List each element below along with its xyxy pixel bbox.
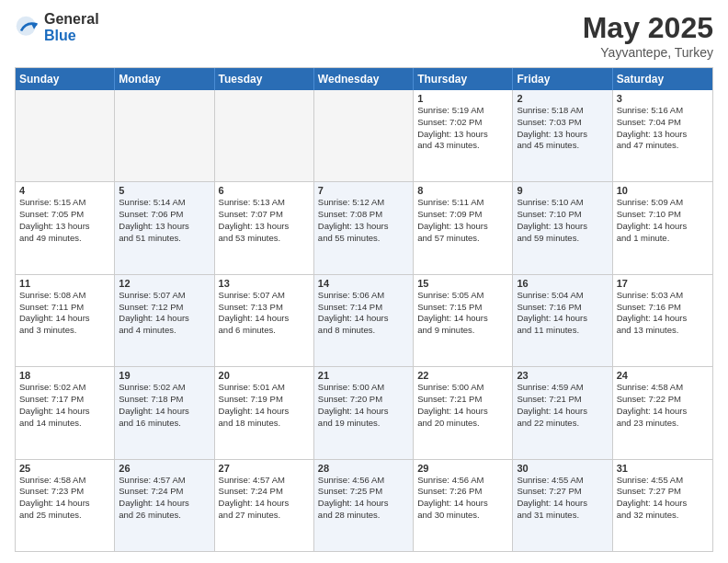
cell-7: 7Sunrise: 5:12 AMSunset: 7:08 PMDaylight… [314,182,414,273]
cell-17: 17Sunrise: 5:03 AMSunset: 7:16 PMDayligh… [613,275,712,366]
cell-11: 11Sunrise: 5:08 AMSunset: 7:11 PMDayligh… [16,275,115,366]
day-number: 17 [617,278,709,289]
cell-text: Sunrise: 5:09 AMSunset: 7:10 PMDaylight:… [617,197,709,244]
cell-empty-1 [115,90,214,181]
cell-text: Sunrise: 4:56 AMSunset: 7:25 PMDaylight:… [318,475,409,522]
cell-text: Sunrise: 5:07 AMSunset: 7:13 PMDaylight:… [219,290,310,337]
cell-text: Sunrise: 4:58 AMSunset: 7:23 PMDaylight:… [19,475,110,522]
day-header-wednesday: Wednesday [314,68,414,90]
day-number: 1 [417,93,508,104]
cell-empty-3 [314,90,414,181]
day-number: 31 [617,463,709,474]
page: General Blue May 2025 Yayvantepe, Turkey… [0,0,728,563]
cell-4: 4Sunrise: 5:15 AMSunset: 7:05 PMDaylight… [16,182,115,273]
calendar-body: 1Sunrise: 5:19 AMSunset: 7:02 PMDaylight… [16,90,712,551]
cell-text: Sunrise: 4:55 AMSunset: 7:27 PMDaylight:… [517,475,608,522]
cell-20: 20Sunrise: 5:01 AMSunset: 7:19 PMDayligh… [215,367,314,458]
cell-text: Sunrise: 4:56 AMSunset: 7:26 PMDaylight:… [417,475,508,522]
day-number: 14 [318,278,409,289]
cell-21: 21Sunrise: 5:00 AMSunset: 7:20 PMDayligh… [314,367,414,458]
day-number: 26 [119,463,210,474]
location: Yayvantepe, Turkey [583,45,713,60]
cell-22: 22Sunrise: 5:00 AMSunset: 7:21 PMDayligh… [414,367,513,458]
title-section: May 2025 Yayvantepe, Turkey [583,11,713,60]
logo-blue-text: Blue [44,28,99,44]
day-number: 22 [417,370,508,381]
cell-28: 28Sunrise: 4:56 AMSunset: 7:25 PMDayligh… [314,460,414,551]
day-number: 21 [318,370,409,381]
day-number: 9 [517,185,608,196]
cell-26: 26Sunrise: 4:57 AMSunset: 7:24 PMDayligh… [115,460,214,551]
cell-text: Sunrise: 5:18 AMSunset: 7:03 PMDaylight:… [517,105,608,152]
cell-text: Sunrise: 5:08 AMSunset: 7:11 PMDaylight:… [19,290,110,337]
cell-text: Sunrise: 5:00 AMSunset: 7:21 PMDaylight:… [417,382,508,429]
cell-text: Sunrise: 5:06 AMSunset: 7:14 PMDaylight:… [318,290,409,337]
day-number: 19 [119,370,210,381]
calendar-row-3: 18Sunrise: 5:02 AMSunset: 7:17 PMDayligh… [16,367,712,459]
cell-text: Sunrise: 4:57 AMSunset: 7:24 PMDaylight:… [219,475,310,522]
cell-text: Sunrise: 4:58 AMSunset: 7:22 PMDaylight:… [617,382,709,429]
logo: General Blue [15,11,99,43]
cell-3: 3Sunrise: 5:16 AMSunset: 7:04 PMDaylight… [613,90,712,181]
day-number: 15 [417,278,508,289]
day-header-thursday: Thursday [414,68,513,90]
cell-18: 18Sunrise: 5:02 AMSunset: 7:17 PMDayligh… [16,367,115,458]
cell-14: 14Sunrise: 5:06 AMSunset: 7:14 PMDayligh… [314,275,414,366]
cell-24: 24Sunrise: 4:58 AMSunset: 7:22 PMDayligh… [613,367,712,458]
day-number: 30 [517,463,608,474]
cell-27: 27Sunrise: 4:57 AMSunset: 7:24 PMDayligh… [215,460,314,551]
cell-19: 19Sunrise: 5:02 AMSunset: 7:18 PMDayligh… [115,367,214,458]
cell-8: 8Sunrise: 5:11 AMSunset: 7:09 PMDaylight… [414,182,513,273]
header: General Blue May 2025 Yayvantepe, Turkey [15,11,713,60]
day-number: 27 [219,463,310,474]
logo-general-text: General [44,11,99,28]
cell-text: Sunrise: 5:00 AMSunset: 7:20 PMDaylight:… [318,382,409,429]
cell-9: 9Sunrise: 5:10 AMSunset: 7:10 PMDaylight… [513,182,612,273]
day-number: 28 [318,463,409,474]
cell-text: Sunrise: 5:12 AMSunset: 7:08 PMDaylight:… [318,197,409,244]
cell-29: 29Sunrise: 4:56 AMSunset: 7:26 PMDayligh… [414,460,513,551]
day-header-tuesday: Tuesday [215,68,314,90]
cell-31: 31Sunrise: 4:55 AMSunset: 7:27 PMDayligh… [613,460,712,551]
day-number: 11 [19,278,110,289]
cell-text: Sunrise: 5:01 AMSunset: 7:19 PMDaylight:… [219,382,310,429]
day-number: 18 [19,370,110,381]
day-number: 12 [119,278,210,289]
day-number: 16 [517,278,608,289]
cell-5: 5Sunrise: 5:14 AMSunset: 7:06 PMDaylight… [115,182,214,273]
day-number: 29 [417,463,508,474]
cell-text: Sunrise: 5:05 AMSunset: 7:15 PMDaylight:… [417,290,508,337]
cell-text: Sunrise: 4:55 AMSunset: 7:27 PMDaylight:… [617,475,709,522]
cell-text: Sunrise: 5:16 AMSunset: 7:04 PMDaylight:… [617,105,709,152]
day-number: 8 [417,185,508,196]
cell-23: 23Sunrise: 4:59 AMSunset: 7:21 PMDayligh… [513,367,612,458]
cell-text: Sunrise: 5:07 AMSunset: 7:12 PMDaylight:… [119,290,210,337]
day-number: 20 [219,370,310,381]
day-number: 13 [219,278,310,289]
cell-text: Sunrise: 5:02 AMSunset: 7:18 PMDaylight:… [119,382,210,429]
cell-text: Sunrise: 5:15 AMSunset: 7:05 PMDaylight:… [19,197,110,244]
day-number: 7 [318,185,409,196]
cell-text: Sunrise: 5:10 AMSunset: 7:10 PMDaylight:… [517,197,608,244]
day-header-monday: Monday [115,68,214,90]
cell-6: 6Sunrise: 5:13 AMSunset: 7:07 PMDaylight… [215,182,314,273]
cell-empty-0 [16,90,115,181]
day-number: 2 [517,93,608,104]
day-headers: SundayMondayTuesdayWednesdayThursdayFrid… [16,68,712,90]
cell-30: 30Sunrise: 4:55 AMSunset: 7:27 PMDayligh… [513,460,612,551]
calendar: SundayMondayTuesdayWednesdayThursdayFrid… [15,67,713,552]
cell-10: 10Sunrise: 5:09 AMSunset: 7:10 PMDayligh… [613,182,712,273]
day-header-sunday: Sunday [16,68,115,90]
cell-text: Sunrise: 5:04 AMSunset: 7:16 PMDaylight:… [517,290,608,337]
day-number: 6 [219,185,310,196]
calendar-row-2: 11Sunrise: 5:08 AMSunset: 7:11 PMDayligh… [16,275,712,367]
cell-2: 2Sunrise: 5:18 AMSunset: 7:03 PMDaylight… [513,90,612,181]
day-number: 24 [617,370,709,381]
cell-text: Sunrise: 5:14 AMSunset: 7:06 PMDaylight:… [119,197,210,244]
logo-text: General Blue [44,11,99,43]
cell-text: Sunrise: 5:13 AMSunset: 7:07 PMDaylight:… [219,197,310,244]
cell-text: Sunrise: 5:11 AMSunset: 7:09 PMDaylight:… [417,197,508,244]
cell-16: 16Sunrise: 5:04 AMSunset: 7:16 PMDayligh… [513,275,612,366]
day-number: 3 [617,93,709,104]
day-number: 5 [119,185,210,196]
